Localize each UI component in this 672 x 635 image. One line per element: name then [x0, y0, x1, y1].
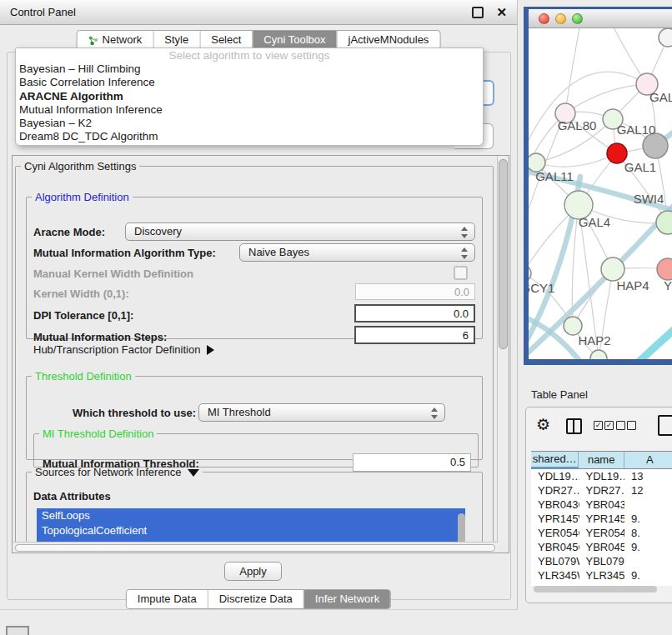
table-row[interactable]: YPR145WYPR145W9.	[531, 512, 672, 526]
table-cell: YER054C	[531, 526, 579, 540]
table-cell: YLR345W	[579, 568, 625, 582]
table-cell: YPR145W	[579, 512, 625, 526]
triangle-right-icon	[207, 345, 214, 355]
unchecked-box-icon[interactable]	[616, 421, 625, 430]
table-row[interactable]: YER054CYER054C8.	[531, 526, 672, 540]
close-icon[interactable]: ✕	[496, 6, 507, 18]
node-attribute-table: shared… name A YDL19…YDL19…13YDR27…YDR27…	[531, 451, 672, 586]
kernel-width-label: Kernel Width (0,1):	[33, 288, 129, 300]
bottom-tab-bar: Impute Data Discretize Data Infer Networ…	[126, 589, 391, 609]
algorithm-option[interactable]: Mutual Information Inference	[16, 103, 483, 117]
network-node[interactable]	[601, 258, 624, 281]
threshold-definition-title: Threshold Definition	[32, 370, 135, 382]
table-row[interactable]: YDL19…YDL19…13	[531, 469, 672, 483]
table-cell	[624, 554, 672, 568]
tab-network-label: Network	[103, 31, 143, 49]
network-canvas[interactable]: GALGAL80GAL10GAL1GAL11SWI4GAL4GCY1HAP4YH…	[529, 28, 672, 359]
network-edge[interactable]	[565, 28, 580, 113]
tab-style[interactable]: Style	[153, 31, 199, 49]
float-icon[interactable]	[472, 7, 484, 18]
list-item[interactable]: SelfLoops	[37, 508, 465, 523]
network-svg[interactable]: GALGAL80GAL10GAL1GAL11SWI4GAL4GCY1HAP4YH…	[529, 28, 672, 359]
table-cell: YBR043C	[531, 498, 579, 512]
file-icon[interactable]	[658, 415, 672, 436]
hub-definition-expander[interactable]: Hub/Transcription Factor Definition	[33, 343, 214, 356]
network-node[interactable]	[643, 133, 668, 158]
algorithm-option-selected[interactable]: ARACNE Algorithm	[16, 90, 483, 103]
sources-expander[interactable]: Sources for Network Inference	[32, 466, 203, 478]
column-header-name[interactable]: name	[579, 452, 624, 468]
settings-horizontal-scrollbar	[13, 542, 498, 552]
table-cell: 9.	[624, 568, 672, 582]
network-node[interactable]	[529, 265, 531, 282]
tab-discretize-data-label: Discretize Data	[219, 590, 293, 608]
checked-box-icon[interactable]: ✓	[594, 421, 603, 430]
split-view-icon[interactable]	[566, 418, 582, 434]
algorithm-option[interactable]: Bayesian – Hill Climbing	[16, 62, 483, 76]
network-node-label: Y	[664, 278, 672, 292]
zoom-traffic-icon[interactable]	[572, 13, 583, 24]
algorithm-option[interactable]: Bayesian – K2	[16, 117, 483, 130]
mi-type-label: Mutual Information Algorithm Type:	[33, 247, 216, 259]
which-threshold-select[interactable]: MI Threshold	[198, 403, 445, 422]
settings-vertical-scrollbar	[497, 156, 509, 542]
network-node-label: GAL10	[617, 122, 656, 137]
network-frame-titlebar[interactable]	[529, 9, 672, 28]
network-node-label: HAP4	[616, 278, 649, 292]
column-header-partial[interactable]: A	[624, 452, 672, 468]
table-horizontal-scrollbar-thumb[interactable]	[534, 586, 657, 592]
mi-steps-field[interactable]: 6	[354, 326, 475, 344]
network-node[interactable]	[590, 350, 607, 359]
algorithm-option[interactable]: Dream8 DC_TDC Algorithm	[16, 130, 483, 143]
table-cell: YBR043C	[579, 498, 625, 512]
tab-discretize-data[interactable]: Discretize Data	[208, 590, 303, 608]
manual-kernel-label: Manual Kernel Width Definition	[33, 268, 193, 280]
aracne-mode-select[interactable]: Discovery	[125, 222, 475, 241]
minimized-panel-icon[interactable]	[6, 626, 29, 635]
network-node[interactable]	[659, 28, 672, 47]
table-cell: 12	[624, 483, 672, 498]
table-row[interactable]: YBL079WYBL079W	[531, 554, 672, 568]
network-node-label: GAL4	[579, 215, 610, 229]
aracne-mode-label: Aracne Mode:	[33, 226, 105, 238]
network-edge[interactable]	[635, 318, 672, 359]
network-node[interactable]	[657, 258, 672, 280]
algorithm-popup-placeholder: Select algorithm to view settings	[16, 48, 483, 62]
tab-jactivemnodules[interactable]: jActiveMNodules	[337, 31, 440, 49]
algorithm-option[interactable]: Basic Correlation Inference	[16, 76, 483, 89]
table-cell	[624, 498, 672, 512]
mi-threshold-definition-title: MI Threshold Definition	[39, 428, 157, 440]
dpi-tolerance-label: DPI Tolerance [0,1]:	[33, 309, 133, 322]
tab-infer-network[interactable]: Infer Network	[303, 590, 390, 608]
column-header-shared-name[interactable]: shared…	[531, 452, 579, 468]
network-node[interactable]	[656, 211, 672, 234]
sources-group: Sources for Network Inference Data Attri…	[26, 466, 483, 553]
table-cell: YBL079W	[579, 554, 625, 568]
close-traffic-icon[interactable]	[539, 13, 549, 24]
table-row[interactable]: YBR045CYBR045C9.	[531, 540, 672, 554]
settings-vertical-scrollbar-thumb[interactable]	[499, 159, 508, 349]
table-row[interactable]: YDR27…YDR27…12	[531, 483, 672, 498]
table-row[interactable]: YBR043CYBR043C	[531, 498, 672, 512]
table-cell: YDL19…	[531, 469, 579, 483]
settings-horizontal-scrollbar-thumb[interactable]	[15, 544, 495, 552]
table-row[interactable]: YLR345WYLR345W9.	[531, 568, 672, 582]
network-node[interactable]	[564, 317, 582, 335]
minimize-traffic-icon[interactable]	[555, 13, 566, 24]
checked-box-icon[interactable]: ✓	[604, 421, 614, 430]
which-threshold-label: Which threshold to use:	[73, 407, 196, 419]
screen: Control Panel ✕ Network Style Select Cyn…	[0, 0, 672, 635]
tab-cyni-toolbox[interactable]: Cyni Toolbox	[252, 31, 336, 49]
gear-icon[interactable]: ⚙	[536, 417, 550, 432]
manual-kernel-checkbox	[454, 266, 468, 280]
unchecked-box-icon[interactable]	[627, 421, 636, 430]
tab-network[interactable]: Network	[78, 31, 153, 49]
table-cell: 9.	[624, 512, 672, 526]
tab-impute-data[interactable]: Impute Data	[127, 590, 208, 608]
apply-button[interactable]: Apply	[224, 562, 282, 581]
dpi-tolerance-field[interactable]: 0.0	[354, 304, 475, 322]
network-edge[interactable]	[565, 84, 647, 113]
list-item[interactable]: TopologicalCoefficient	[37, 523, 465, 538]
mi-algorithm-type-select[interactable]: Naive Bayes	[239, 243, 475, 262]
tab-select[interactable]: Select	[199, 31, 252, 49]
